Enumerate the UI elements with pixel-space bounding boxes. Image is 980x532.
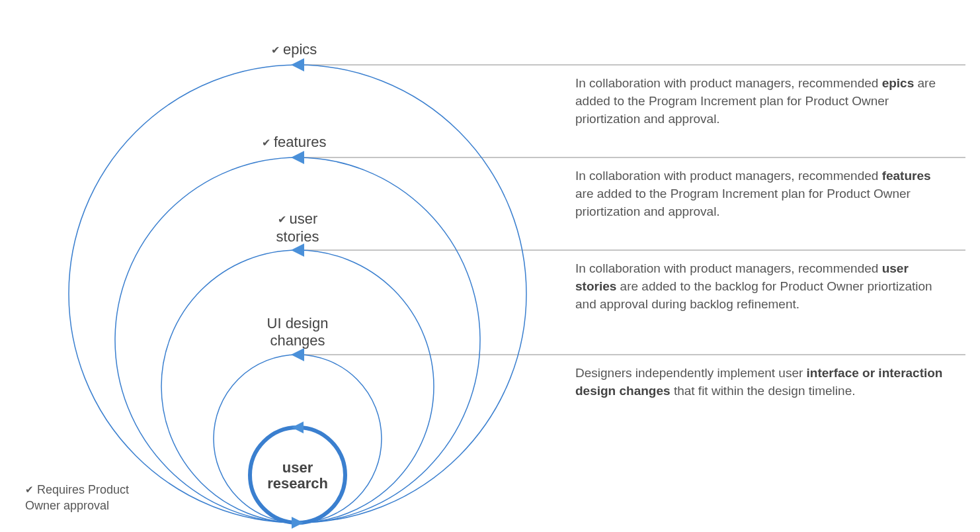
label-center: user research: [251, 460, 344, 492]
legend: ✔Requires Product Owner approval: [25, 482, 157, 513]
desc-stories: In collaboration with product managers, …: [575, 259, 946, 313]
label-epics: ✔epics: [271, 41, 317, 59]
ring-ui-arrow: [291, 348, 304, 361]
label-features: ✔features: [262, 134, 327, 152]
label-ui: UI design changes: [251, 315, 344, 349]
check-icon: ✔: [271, 42, 280, 59]
ring-stories-arrow: [291, 244, 304, 257]
check-icon: ✔: [25, 482, 34, 498]
ring-features-arrow: [291, 151, 304, 164]
check-icon: ✔: [262, 134, 270, 152]
label-stories: ✔user stories: [251, 210, 344, 245]
diagram-canvas: ✔epics ✔features ✔user stories UI design…: [0, 0, 980, 532]
desc-ui: Designers independently implement user i…: [575, 364, 946, 400]
desc-features: In collaboration with product managers, …: [575, 167, 946, 220]
desc-epics: In collaboration with product managers, …: [575, 74, 946, 128]
check-icon: ✔: [278, 211, 286, 228]
ring-epics-arrow: [291, 58, 304, 71]
